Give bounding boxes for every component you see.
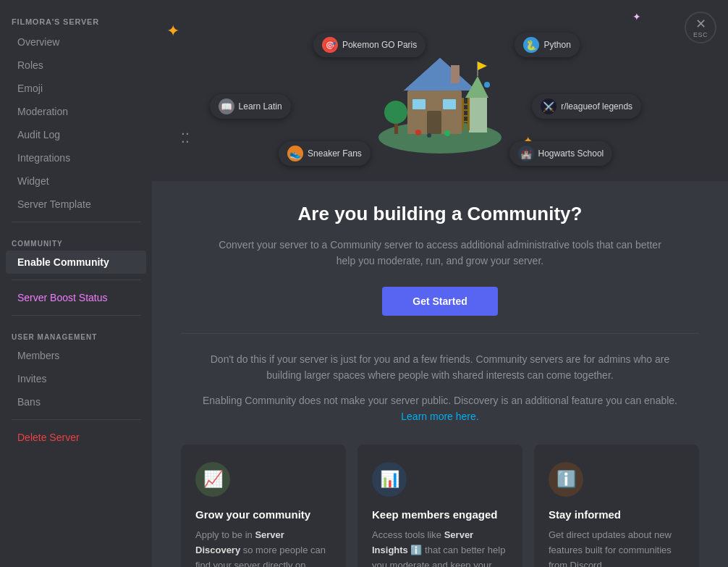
warning-text-2-pre: Enabling Community does not make your se… <box>203 395 677 406</box>
feature-card-grow: 📈 Grow your community Apply to be in Ser… <box>181 445 346 567</box>
bubble-hogwarts: 🏰 Hogwarts School <box>509 141 613 166</box>
bubble-latin: 📖 Learn Latin <box>210 94 291 119</box>
center-building-illustration <box>368 25 512 156</box>
sidebar: FILMORA'S SERVER Overview Roles Emoji Mo… <box>0 0 152 567</box>
sidebar-item-roles[interactable]: Roles <box>6 54 146 77</box>
get-started-button[interactable]: Get Started <box>382 287 498 316</box>
main-heading: Are you building a Community? <box>181 203 699 225</box>
svg-point-23 <box>484 82 490 88</box>
close-button[interactable]: ✕ ESC <box>685 12 716 43</box>
hero-section: ✦ ✦ ⁚⁚ ✦ 🎯 Pokemon GO Paris 🐍 Python 📖 L… <box>152 0 728 181</box>
user-mgmt-label: USER MANAGEMENT <box>0 322 152 344</box>
sidebar-item-enable-community[interactable]: Enable Community <box>6 251 146 274</box>
sidebar-item-bans[interactable]: Bans <box>6 390 146 413</box>
svg-rect-17 <box>462 121 470 122</box>
feature-cards: 📈 Grow your community Apply to be in Ser… <box>181 445 699 567</box>
sidebar-divider-4 <box>12 419 140 420</box>
svg-rect-4 <box>427 111 441 134</box>
sparkle-small-icon: ✦ <box>632 11 641 22</box>
close-icon: ✕ <box>695 17 706 30</box>
informed-icon: ℹ️ <box>549 462 583 497</box>
svg-rect-13 <box>467 98 470 130</box>
bubble-sneaker-label: Sneaker Fans <box>308 148 362 159</box>
sidebar-divider-1 <box>12 222 140 222</box>
warning-text-1: Don't do this if your server is just for… <box>194 351 686 384</box>
sidebar-item-delete-server[interactable]: Delete Server <box>6 426 146 449</box>
bubble-latin-icon: 📖 <box>219 98 234 114</box>
svg-marker-3 <box>404 58 476 91</box>
bubble-league-icon: ⚔️ <box>541 98 556 114</box>
sidebar-item-server-boost[interactable]: Server Boost Status <box>6 286 146 309</box>
server-name: FILMORA'S SERVER <box>0 12 152 30</box>
sidebar-item-members[interactable]: Members <box>6 344 146 367</box>
sidebar-item-invites[interactable]: Invites <box>6 367 146 390</box>
sidebar-item-moderation[interactable]: Moderation <box>6 100 146 123</box>
svg-point-21 <box>427 133 431 138</box>
svg-marker-11 <box>478 62 487 70</box>
svg-rect-6 <box>443 99 456 109</box>
bubble-league-label: r/leagueof legends <box>561 101 632 112</box>
learn-more-link[interactable]: Learn more here. <box>401 411 478 422</box>
sidebar-divider-2 <box>12 280 140 280</box>
esc-label: ESC <box>693 31 708 38</box>
sidebar-item-integrations[interactable]: Integrations <box>6 146 146 169</box>
informed-card-title: Stay informed <box>549 508 685 521</box>
sidebar-item-overview[interactable]: Overview <box>6 30 146 54</box>
svg-point-22 <box>444 130 450 136</box>
engage-icon: 📊 <box>372 462 407 497</box>
svg-rect-7 <box>451 65 460 83</box>
content-area: Are you building a Community? Convert yo… <box>152 181 728 567</box>
svg-rect-5 <box>412 99 426 109</box>
svg-point-20 <box>415 130 421 135</box>
grow-card-title: Grow your community <box>195 508 331 521</box>
sidebar-divider-3 <box>12 315 140 316</box>
bubble-hogwarts-label: Hogwarts School <box>538 148 604 159</box>
svg-point-19 <box>384 101 407 124</box>
content-divider <box>181 333 699 334</box>
bubble-league: ⚔️ r/leagueof legends <box>532 94 641 119</box>
sidebar-item-audit-log[interactable]: Audit Log <box>6 123 146 146</box>
bubble-sneaker: 👟 Sneaker Fans <box>279 141 371 166</box>
bubble-sneaker-icon: 👟 <box>287 146 303 161</box>
feature-card-engage: 📊 Keep members engaged Access tools like… <box>357 445 522 567</box>
bubble-python: 🐍 Python <box>515 33 579 57</box>
main-content: ✕ ESC ✦ ✦ ⁚⁚ ✦ 🎯 Pokemon GO Paris 🐍 Pyth… <box>152 0 728 567</box>
informed-card-desc: Get direct updates about new features bu… <box>549 528 685 567</box>
engage-card-desc: Access tools like Server Insights ℹ️ tha… <box>372 528 508 567</box>
sidebar-item-emoji[interactable]: Emoji <box>6 77 146 100</box>
bubble-latin-label: Learn Latin <box>239 101 282 112</box>
grow-card-desc: Apply to be in Server Discovery so more … <box>195 528 331 567</box>
feature-card-informed: ℹ️ Stay informed Get direct updates abou… <box>534 445 699 567</box>
community-section-label: COMMUNITY <box>0 228 152 251</box>
bubble-pokemon-icon: 🎯 <box>322 37 338 53</box>
bubble-python-icon: 🐍 <box>523 37 539 53</box>
sidebar-item-server-template[interactable]: Server Template <box>6 193 146 216</box>
bubble-python-label: Python <box>543 40 570 50</box>
engage-card-title: Keep members engaged <box>372 508 508 521</box>
svg-rect-15 <box>462 109 470 111</box>
svg-rect-14 <box>462 104 470 105</box>
main-subtitle: Convert your server to a Community serve… <box>208 237 672 269</box>
sparkle-icon: ✦ <box>166 22 179 41</box>
sidebar-item-widget[interactable]: Widget <box>6 169 146 193</box>
svg-rect-12 <box>462 98 464 130</box>
warning-text-2: Enabling Community does not make your se… <box>194 392 686 425</box>
dots-icon: ⁚⁚ <box>181 130 190 146</box>
grow-icon: 📈 <box>195 462 230 497</box>
svg-rect-8 <box>469 98 487 133</box>
svg-rect-16 <box>462 115 470 117</box>
bubble-hogwarts-icon: 🏰 <box>518 146 534 161</box>
